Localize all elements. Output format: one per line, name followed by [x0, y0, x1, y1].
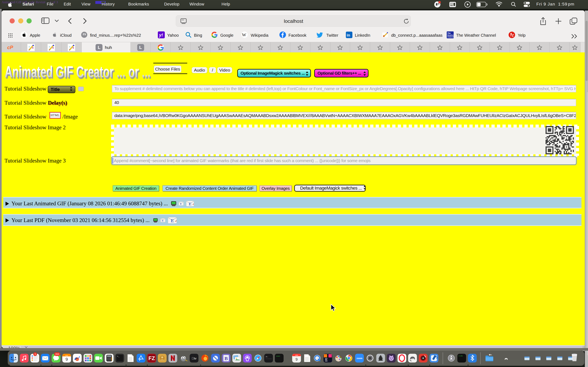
- svg-text:y!: y!: [159, 33, 163, 38]
- svg-text:9: 9: [295, 358, 297, 361]
- svg-text:The: The: [447, 32, 450, 34]
- svg-text:esec: esec: [276, 355, 280, 357]
- svg-text:Channel: Channel: [447, 36, 454, 38]
- svg-text:E: E: [171, 218, 174, 223]
- svg-text:FRI: FRI: [65, 355, 68, 357]
- svg-text:zoom: zoom: [356, 357, 362, 359]
- svg-text:JAN: JAN: [295, 354, 298, 356]
- svg-text:9: 9: [66, 357, 68, 361]
- svg-text:4:201: 4:201: [458, 355, 463, 357]
- svg-text:IJ: IJ: [325, 358, 327, 360]
- svg-text:FZ: FZ: [148, 355, 155, 361]
- svg-text:E: E: [162, 219, 164, 222]
- svg-text:E: E: [180, 202, 182, 205]
- svg-text:E: E: [189, 202, 191, 206]
- svg-text:tv: tv: [192, 357, 196, 360]
- svg-text:B: B: [224, 356, 228, 361]
- svg-text:>_: >_: [117, 355, 120, 358]
- svg-text:>-: >-: [266, 356, 268, 358]
- svg-text:cP: cP: [7, 45, 13, 50]
- svg-text:W: W: [242, 32, 246, 37]
- svg-text:in: in: [347, 33, 350, 37]
